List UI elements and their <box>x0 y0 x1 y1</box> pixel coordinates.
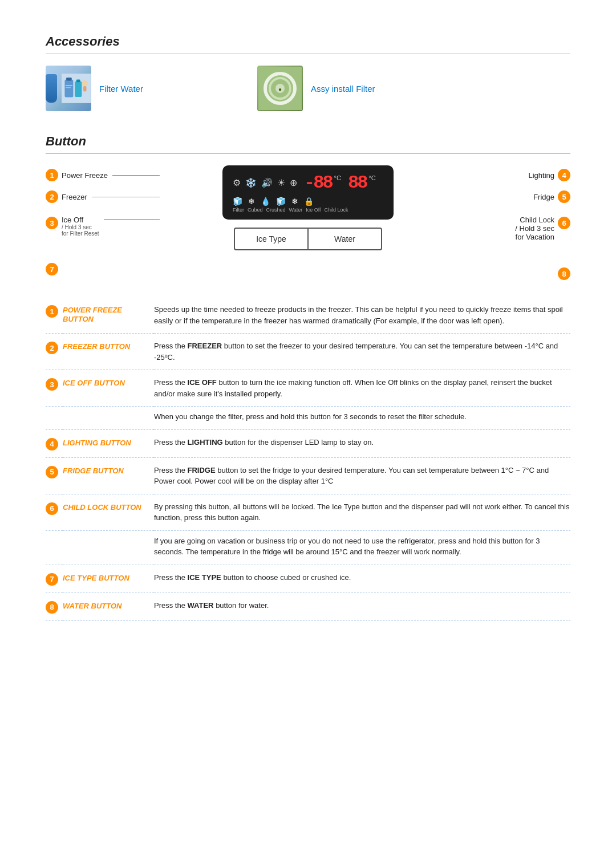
ice-water-panel: Ice Type Water <box>234 228 382 250</box>
label-5-main: Fridge <box>533 193 554 201</box>
svg-rect-2 <box>67 78 72 80</box>
desc-text-6: By pressing this button, all buttons wil… <box>154 494 570 530</box>
desc-badge-1: 1 <box>46 305 58 318</box>
display-top: ⚙ ❄️ 🔊 ☀ ⊕ -88 °C 88 °C <box>233 172 383 193</box>
icon-sound: 🔊 <box>261 177 273 188</box>
desc-row-1: 1 POWER FREEZE BUTTON Speeds up the time… <box>46 297 570 334</box>
icon-snowflake: ❄️ <box>245 177 257 188</box>
label-1-text: Power Freeze <box>62 171 108 180</box>
badge-2: 2 <box>46 190 58 203</box>
desc-badge-6: 6 <box>46 502 58 515</box>
diagram-right-labels: Lighting 4 Fridge 5 Child Lock / Hold 3 … <box>456 165 570 280</box>
label-4-text: Lighting <box>528 171 554 180</box>
badge-4: 4 <box>558 169 570 181</box>
lbl-childlock: Child Lock <box>325 207 348 213</box>
desc-label-1: POWER FREEZE BUTTON <box>63 306 122 323</box>
badge-8: 8 <box>558 267 570 280</box>
desc-num-8: 8 <box>46 593 63 620</box>
accessory-item-filter-water: Filter Water <box>46 66 143 111</box>
desc-label-7: ICE TYPE BUTTON <box>63 574 129 582</box>
accessories-title: Accessories <box>46 34 570 49</box>
hline-3 <box>104 219 160 220</box>
label-row-7: 7 <box>46 263 160 275</box>
desc-label-6: CHILD LOCK BUTTON <box>63 503 141 512</box>
desc-extra-6: If you are going on vacation or business… <box>154 530 570 565</box>
temp-left-unit: °C <box>334 175 341 181</box>
svg-rect-6 <box>66 87 71 88</box>
label-3-sub: / Hold 3 secfor Filter Reset <box>62 224 99 237</box>
descriptions-table: 1 POWER FREEZE BUTTON Speeds up the time… <box>46 297 570 621</box>
accessories-row: Filter Water ● Assy install Filter <box>46 66 570 111</box>
lbl-filter: Filter <box>233 207 244 213</box>
desc-label-8: WATER BUTTON <box>63 602 122 610</box>
desc-row-6-extra: If you are going on vacation or business… <box>46 530 570 565</box>
desc-label-2: FREEZER BUTTON <box>63 342 130 351</box>
assy-filter-svg: ● <box>258 67 302 110</box>
ice-type-button-diagram[interactable]: Ice Type <box>235 229 309 249</box>
disp-icon-iceoff: ❄ <box>291 197 298 206</box>
svg-rect-5 <box>66 86 72 86</box>
disp-icon-lock: 🔒 <box>304 197 314 206</box>
button-diagram: 1 Power Freeze 2 Freezer 3 Ice Off / Hol… <box>46 165 570 280</box>
disp-icon-filter: 🧊 <box>233 197 242 206</box>
desc-row-3-extra: When you change the filter, press and ho… <box>46 407 570 430</box>
diagram-left-labels: 1 Power Freeze 2 Freezer 3 Ice Off / Hol… <box>46 165 160 275</box>
icon-light: ☀ <box>277 177 285 188</box>
badge-7: 7 <box>46 263 58 275</box>
desc-row-4: 4 LIGHTING BUTTON Press the LIGHTING but… <box>46 429 570 457</box>
desc-row-5: 5 FRIDGE BUTTON Press the FRIDGE button … <box>46 457 570 494</box>
desc-label-5: FRIDGE BUTTON <box>63 466 124 475</box>
display-nums: -88 °C <box>304 172 341 193</box>
desc-row-6: 6 CHILD LOCK BUTTON By pressing this but… <box>46 494 570 530</box>
desc-row-2: 2 FREEZER BUTTON Press the FREEZER butto… <box>46 334 570 370</box>
disp-icon-crushed: 💧 <box>261 197 270 206</box>
display-icons: ⚙ ❄️ 🔊 ☀ ⊕ <box>233 177 297 188</box>
desc-text-5: Press the FRIDGE button to set the fridg… <box>154 457 570 494</box>
filter-water-label: Filter Water <box>99 84 143 94</box>
label-6-text: Child Lock / Hold 3 secfor Vacation <box>515 216 554 241</box>
label-row-3: 3 Ice Off / Hold 3 secfor Filter Reset <box>46 216 160 237</box>
desc-badge-5: 5 <box>46 466 58 478</box>
accessories-divider <box>46 54 570 54</box>
badge-1: 1 <box>46 169 58 181</box>
label-1-main: Power Freeze <box>62 171 108 180</box>
assy-filter-label: Assy install Filter <box>311 84 375 94</box>
desc-label-4: LIGHTING BUTTON <box>63 439 131 447</box>
lbl-iceoff: Ice Off <box>306 207 321 213</box>
water-button-diagram[interactable]: Water <box>309 229 381 249</box>
label-row-5: Fridge 5 <box>525 190 570 203</box>
accessory-item-assy-filter: ● Assy install Filter <box>257 66 375 111</box>
assy-filter-image: ● <box>257 66 303 111</box>
label-3-main: Ice Off <box>62 216 99 224</box>
badge-5: 5 <box>558 190 570 203</box>
svg-rect-4 <box>76 79 80 82</box>
desc-badge-3: 3 <box>46 378 58 391</box>
desc-row-7: 7 ICE TYPE BUTTON Press the ICE TYPE but… <box>46 565 570 593</box>
label-6-sub: / Hold 3 secfor Vacation <box>515 224 554 241</box>
desc-num-7: 7 <box>46 565 63 593</box>
desc-num-5: 5 <box>46 457 63 494</box>
desc-extra-spacer-6 <box>46 530 154 565</box>
desc-label-3: ICE OFF BUTTON <box>63 379 125 387</box>
label-row-2: 2 Freezer <box>46 190 160 203</box>
label-row-8: 8 <box>553 267 570 280</box>
desc-label-cell-1: POWER FREEZE BUTTON <box>63 297 154 334</box>
temp-right-unit: °C <box>368 175 375 181</box>
desc-text-2: Press the FREEZER button to set the free… <box>154 334 570 370</box>
svg-rect-3 <box>75 82 82 97</box>
desc-num-4: 4 <box>46 429 63 457</box>
svg-point-7 <box>82 80 88 87</box>
label-6-main: Child Lock <box>515 216 554 224</box>
desc-extra-3: When you change the filter, press and ho… <box>154 407 570 430</box>
desc-text-4: Press the LIGHTING button for the dispen… <box>154 429 570 457</box>
badge-3: 3 <box>46 217 58 229</box>
label-row-6: Child Lock / Hold 3 secfor Vacation 6 <box>507 216 570 241</box>
desc-row-3: 3 ICE OFF BUTTON Press the ICE OFF butto… <box>46 370 570 407</box>
hline-2 <box>92 197 160 197</box>
desc-badge-4: 4 <box>46 438 58 451</box>
svg-rect-8 <box>83 86 86 92</box>
desc-badge-7: 7 <box>46 573 58 586</box>
disp-icon-cubed: ❄ <box>248 197 255 206</box>
label-4-main: Lighting <box>528 171 554 180</box>
desc-label-cell-6: CHILD LOCK BUTTON <box>63 494 154 530</box>
